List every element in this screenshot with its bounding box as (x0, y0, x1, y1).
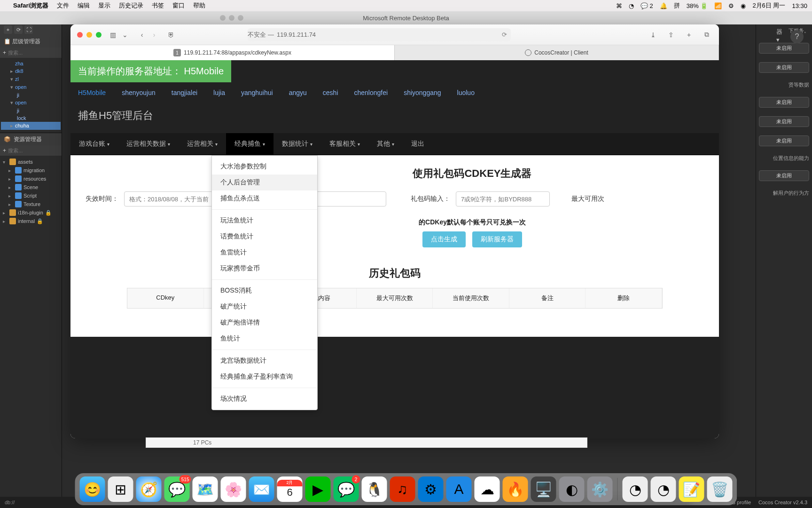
hierarchy-search[interactable] (8, 50, 73, 56)
menu-bookmarks[interactable]: 书签 (152, 1, 164, 10)
app-icon[interactable]: 🔥 (503, 476, 528, 502)
sidebar-icon[interactable]: ▥ (107, 29, 118, 40)
tabs-overview-icon[interactable]: ⧉ (701, 29, 712, 40)
server-link[interactable]: luoluo (457, 89, 475, 96)
generate-button[interactable]: 点击生成 (422, 231, 466, 247)
window-controls[interactable] (77, 32, 102, 38)
classic-fish-dropdown[interactable]: 大水池参数控制 个人后台管理 捕鱼点杀点送 玩法鱼统计 话费鱼统计 鱼雷统计 玩… (211, 155, 318, 410)
app-icon[interactable]: ◔ (623, 476, 648, 502)
menu-history[interactable]: 历史记录 (119, 1, 143, 10)
refresh-server-button[interactable]: 刷新服务器 (472, 231, 522, 247)
wechat-icon[interactable]: 💬2 (334, 476, 359, 502)
iqiyi-icon[interactable]: ▶ (305, 476, 331, 502)
forward-icon[interactable]: › (148, 29, 160, 40)
ime-icon[interactable]: 拼 (674, 1, 680, 10)
dropdown-item[interactable]: 大水池参数控制 (212, 159, 317, 175)
hierarchy-tree[interactable]: zha ▸dk8 ▾zl ▾open ji ▾open ji lock ▸chu… (0, 58, 62, 132)
enable-button[interactable]: 未启用 (759, 116, 809, 127)
dropdown-item[interactable]: 破产统计 (212, 299, 317, 315)
notification-icon[interactable]: 🔔 (660, 2, 667, 9)
appstore-icon[interactable]: A (446, 476, 472, 502)
dropdown-item[interactable]: 话费鱼统计 (212, 229, 317, 245)
code-input[interactable] (456, 191, 550, 206)
status-icon[interactable]: ◔ (629, 2, 634, 9)
refresh-icon[interactable]: ⟳ (14, 25, 23, 34)
dropdown-item[interactable]: 捕鱼点杀点送 (212, 190, 317, 206)
menu-view[interactable]: 显示 (98, 1, 110, 10)
panel-button[interactable]: 器 ▾ (776, 30, 787, 40)
tab-2[interactable]: CocosCreator | Client (395, 45, 719, 60)
calendar-icon[interactable]: 2月6 (277, 476, 303, 502)
dropdown-item[interactable]: 玩法鱼统计 (212, 213, 317, 229)
assets-search[interactable] (8, 148, 73, 153)
battery-status[interactable]: 38% 🔋 (687, 2, 708, 9)
server-link[interactable]: chenlongfei (354, 89, 388, 96)
new-node-icon[interactable]: + (4, 25, 12, 34)
enable-button[interactable]: 未启用 (759, 170, 809, 181)
dropdown-item[interactable]: 鱼统计 (212, 331, 317, 347)
date[interactable]: 2月6日 周一 (752, 1, 785, 10)
tab-1[interactable]: 1119.91.211.74:88/appaspx/cdkeyNew.aspx (70, 45, 395, 60)
server-link[interactable]: yanghuihui (241, 89, 273, 96)
dropdown-item[interactable]: 鱼雷统计 (212, 245, 317, 261)
enable-button[interactable]: 未启用 (759, 97, 809, 108)
time[interactable]: 13:30 (792, 2, 807, 9)
hierarchy-tab[interactable]: 📋 层级管理器 (0, 36, 62, 48)
server-link[interactable]: shiyonggang (404, 89, 441, 96)
remote-desktop-icon[interactable]: 🖥️ (531, 476, 556, 502)
shield-icon[interactable]: ⛨ (165, 29, 177, 40)
server-link[interactable]: H5Mobile (78, 89, 106, 96)
menu-help[interactable]: 帮助 (193, 1, 205, 10)
settings-icon[interactable]: ⚙️ (587, 476, 613, 502)
nav-item[interactable]: 游戏台账▾ (70, 133, 118, 155)
share-icon[interactable]: ⇪ (665, 29, 677, 40)
dropdown-item[interactable]: 龙宫场数据统计 (212, 353, 317, 369)
dropdown-item[interactable]: 玩家携带金币 (212, 261, 317, 277)
status-icon[interactable]: ⌘ (616, 2, 622, 9)
safari-dock-icon[interactable]: 🧭 (136, 476, 162, 502)
server-link[interactable]: shenyoujun (122, 89, 156, 96)
maps-icon[interactable]: 🗺️ (193, 476, 218, 502)
notes-icon[interactable]: 📝 (679, 476, 704, 502)
reload-icon[interactable]: ⟳ (502, 31, 507, 38)
wechat-status-icon[interactable]: 💬 2 (640, 2, 653, 9)
baidu-disk-icon[interactable]: ☁ (475, 476, 500, 502)
expand-icon[interactable]: ⛶ (24, 25, 33, 34)
menu-file[interactable]: 文件 (57, 1, 69, 10)
dropdown-item[interactable]: BOSS消耗 (212, 283, 317, 299)
menu-window[interactable]: 窗口 (172, 1, 185, 10)
qq-icon[interactable]: 🐧 (362, 476, 387, 502)
nav-item-logout[interactable]: 退出 (403, 133, 433, 155)
app-icon[interactable]: ◐ (559, 476, 585, 502)
vscode-icon[interactable]: ⚙ (418, 476, 444, 502)
server-link[interactable]: tangjialei (172, 89, 197, 96)
back-icon[interactable]: ‹ (136, 29, 148, 40)
netease-music-icon[interactable]: ♫ (390, 476, 415, 502)
dropdown-item[interactable]: 场次情况 (212, 391, 317, 407)
nav-item[interactable]: 数据统计▾ (273, 133, 321, 155)
add-asset-icon[interactable]: + (3, 147, 6, 154)
chevron-down-icon[interactable]: ⌄ (119, 29, 131, 40)
mail-icon[interactable]: ✉️ (249, 476, 274, 502)
server-link[interactable]: angyu (289, 89, 307, 96)
photos-icon[interactable]: 🌸 (221, 476, 246, 502)
help-icon[interactable]: ? (790, 30, 804, 43)
enable-button[interactable]: 未启用 (759, 135, 809, 146)
nav-item[interactable]: 运营相关数据▾ (118, 133, 179, 155)
control-center-icon[interactable]: ⚙ (728, 2, 734, 9)
dropdown-item[interactable]: 破产炮倍详情 (212, 315, 317, 331)
new-tab-icon[interactable]: + (683, 29, 695, 40)
downloads-icon[interactable]: ⤓ (648, 29, 659, 40)
enable-button[interactable]: 未启用 (759, 62, 809, 73)
messages-icon[interactable]: 💬515 (164, 476, 190, 502)
server-link[interactable]: lujia (213, 89, 225, 96)
trash-icon[interactable]: 🗑️ (707, 476, 733, 502)
nav-item[interactable]: 客服相关▾ (321, 133, 368, 155)
nav-item[interactable]: 其他▾ (368, 133, 403, 155)
server-link[interactable]: ceshi (323, 89, 338, 96)
nav-item-active[interactable]: 经典捕鱼▾ (226, 133, 273, 155)
address-bar[interactable]: 不安全 — 119.91.211.74 ⟳ (248, 28, 511, 41)
menu-edit[interactable]: 编辑 (78, 1, 90, 10)
launchpad-icon[interactable]: ⊞ (108, 476, 133, 502)
add-icon[interactable]: + (3, 49, 6, 56)
